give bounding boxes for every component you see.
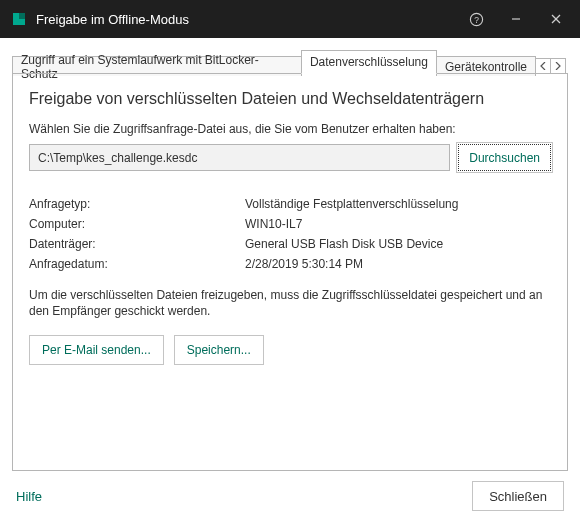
value-request-type: Vollständige Festplattenverschlüsselung (245, 197, 551, 211)
tab-panel: Freigabe von verschlüsselten Dateien und… (12, 73, 568, 471)
tab-encryption[interactable]: Datenverschlüsselung (301, 50, 437, 74)
label-request-type: Anfragetyp: (29, 197, 245, 211)
tab-strip: Zugriff auf ein Systemlaufwerk mit BitLo… (12, 50, 568, 74)
tab-scroll-right-button[interactable] (550, 58, 566, 74)
close-window-button[interactable] (536, 0, 576, 38)
file-path-value: C:\Temp\kes_challenge.kesdc (38, 151, 197, 165)
titlebar: Freigabe im Offline-Modus ? (0, 0, 580, 38)
tab-label: Datenverschlüsselung (310, 55, 428, 69)
app-logo-icon (10, 10, 28, 28)
label-computer: Computer: (29, 217, 245, 231)
action-row: Per E-Mail senden... Speichern... (29, 335, 551, 365)
tab-scroll-controls (536, 58, 566, 74)
minimize-button[interactable] (496, 0, 536, 38)
note-text: Um die verschlüsselten Dateien freizugeb… (29, 287, 551, 319)
tab-scroll-left-button[interactable] (535, 58, 551, 74)
label-request-date: Anfragedatum: (29, 257, 245, 271)
instruction-text: Wählen Sie die Zugriffsanfrage-Datei aus… (29, 122, 551, 136)
panel-heading: Freigabe von verschlüsselten Dateien und… (29, 90, 551, 108)
svg-rect-0 (19, 13, 25, 19)
window-title: Freigabe im Offline-Modus (36, 12, 456, 27)
browse-button[interactable]: Durchsuchen (458, 144, 551, 171)
help-link[interactable]: Hilfe (16, 489, 42, 504)
tab-label: Gerätekontrolle (445, 60, 527, 74)
send-email-button[interactable]: Per E-Mail senden... (29, 335, 164, 365)
save-button[interactable]: Speichern... (174, 335, 264, 365)
file-path-field[interactable]: C:\Temp\kes_challenge.kesdc (29, 144, 450, 171)
help-icon[interactable]: ? (456, 0, 496, 38)
details-grid: Anfragetyp: Vollständige Festplattenvers… (29, 197, 551, 271)
value-drive: General USB Flash Disk USB Device (245, 237, 551, 251)
browse-label: Durchsuchen (469, 151, 540, 165)
close-label: Schließen (489, 489, 547, 504)
value-request-date: 2/28/2019 5:30:14 PM (245, 257, 551, 271)
work-area: Zugriff auf ein Systemlaufwerk mit BitLo… (0, 38, 580, 474)
label-drive: Datenträger: (29, 237, 245, 251)
file-row: C:\Temp\kes_challenge.kesdc Durchsuchen (29, 144, 551, 171)
svg-text:?: ? (474, 14, 479, 24)
save-label: Speichern... (187, 343, 251, 357)
close-button[interactable]: Schließen (472, 481, 564, 511)
send-email-label: Per E-Mail senden... (42, 343, 151, 357)
value-computer: WIN10-IL7 (245, 217, 551, 231)
footer: Hilfe Schließen (0, 474, 580, 524)
